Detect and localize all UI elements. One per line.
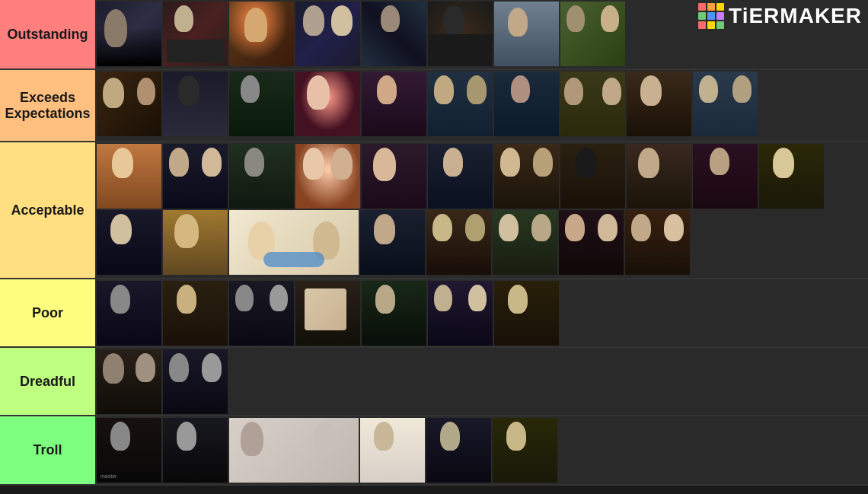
list-item[interactable] [163, 349, 228, 414]
list-item[interactable] [428, 2, 493, 66]
tier-images-exceeds [95, 70, 868, 141]
list-item[interactable] [97, 281, 161, 346]
list-item[interactable] [97, 2, 161, 66]
logo-grid [698, 3, 724, 29]
list-item[interactable] [362, 281, 426, 346]
list-item[interactable] [229, 144, 294, 209]
list-item[interactable] [494, 72, 559, 136]
list-item[interactable] [493, 418, 557, 483]
list-item[interactable] [163, 418, 228, 483]
list-item[interactable] [229, 418, 359, 483]
app-title: TiERMAKER [729, 4, 862, 28]
list-item[interactable] [295, 72, 360, 136]
tier-label-troll: Troll [0, 416, 95, 484]
tier-row-dreadful: Dreadful [0, 348, 868, 416]
list-item[interactable] [295, 144, 360, 209]
tier-list: Outstanding [0, 0, 868, 486]
list-item[interactable] [360, 210, 425, 275]
list-item[interactable] [627, 144, 691, 209]
logo-cell [716, 12, 724, 20]
list-item[interactable] [229, 281, 294, 346]
tier-images-dreadful [95, 348, 868, 415]
list-item[interactable] [693, 72, 758, 136]
list-item[interactable] [625, 210, 690, 275]
logo-cell [698, 21, 706, 29]
list-item[interactable]: master [97, 418, 161, 483]
list-item[interactable] [362, 2, 426, 66]
list-item[interactable] [426, 418, 491, 483]
list-item[interactable] [295, 281, 360, 346]
logo-cell [707, 21, 715, 29]
list-item[interactable] [229, 72, 294, 136]
list-item[interactable] [163, 281, 228, 346]
list-item[interactable] [428, 144, 493, 209]
tier-label-exceeds: Exceeds Expectations [0, 70, 95, 141]
tier-images-poor [95, 279, 868, 346]
list-item[interactable] [493, 210, 557, 275]
list-item[interactable] [759, 144, 824, 209]
tier-label-dreadful: Dreadful [0, 348, 95, 415]
tier-label-poor: Poor [0, 279, 95, 346]
tier-images-acceptable [95, 142, 868, 278]
tier-row-exceeds: Exceeds Expectations [0, 70, 868, 142]
logo-cell [707, 12, 715, 20]
list-item[interactable] [163, 210, 228, 275]
main-container: TiERMAKER Outstanding [0, 0, 868, 494]
logo-cell [698, 12, 706, 20]
list-item[interactable] [560, 2, 625, 66]
list-item[interactable] [360, 418, 425, 483]
list-item[interactable] [97, 210, 161, 275]
list-item[interactable] [295, 2, 360, 66]
list-item[interactable] [428, 72, 493, 136]
list-item[interactable] [494, 144, 559, 209]
list-item[interactable] [494, 281, 559, 346]
tier-label-outstanding: Outstanding [0, 0, 95, 69]
list-item[interactable] [229, 210, 359, 275]
tier-row-troll: Troll master [0, 416, 868, 486]
list-item[interactable] [362, 72, 426, 136]
logo-cell [716, 3, 724, 11]
tier-label-acceptable: Acceptable [0, 142, 95, 278]
list-item[interactable] [560, 72, 625, 136]
list-item[interactable] [229, 2, 294, 66]
logo-cell [698, 3, 706, 11]
tier-row-acceptable: Acceptable [0, 142, 868, 279]
list-item[interactable] [560, 144, 625, 209]
list-item[interactable] [426, 210, 491, 275]
tier-row-poor: Poor [0, 279, 868, 348]
list-item[interactable] [97, 144, 161, 209]
list-item[interactable] [163, 72, 228, 136]
list-item[interactable] [428, 281, 493, 346]
list-item[interactable] [559, 210, 624, 275]
list-item[interactable] [494, 2, 559, 66]
logo-cell [716, 21, 724, 29]
logo-area: TiERMAKER [698, 3, 862, 29]
list-item[interactable] [693, 144, 758, 209]
list-item[interactable] [97, 349, 161, 414]
list-item[interactable] [627, 72, 691, 136]
list-item[interactable] [97, 72, 161, 136]
list-item[interactable] [163, 144, 228, 209]
list-item[interactable] [362, 144, 426, 209]
tier-images-troll: master [95, 416, 868, 484]
list-item[interactable] [163, 2, 228, 66]
logo-cell [707, 3, 715, 11]
